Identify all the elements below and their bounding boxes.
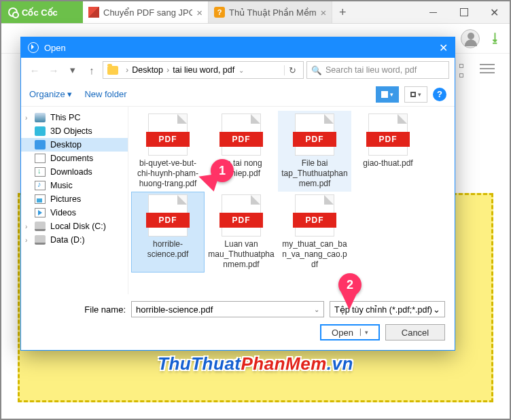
pdf-badge: PDF bbox=[293, 213, 336, 228]
mus-icon bbox=[35, 181, 46, 190]
new-tab-button[interactable]: + bbox=[332, 1, 353, 23]
cancel-button[interactable]: Cancel bbox=[385, 324, 445, 340]
pdf-badge: PDF bbox=[146, 132, 190, 147]
tab-title: Chuyển PDF sang JPG bbox=[103, 7, 192, 18]
tree-item-desktop[interactable]: Desktop bbox=[21, 138, 128, 152]
breadcrumb-dropdown-icon[interactable]: ⌄ bbox=[239, 67, 244, 74]
search-icon: 🔍 bbox=[311, 65, 322, 75]
tree-item-data-d-[interactable]: ›Data (D:) bbox=[21, 233, 128, 247]
file-thumbnail: PDF bbox=[368, 113, 408, 156]
window-maximize-button[interactable] bbox=[448, 1, 479, 23]
favicon-icon: ? bbox=[214, 7, 225, 18]
file-item[interactable]: PDFFile bai tap_Thuthuatphanmem.pdf bbox=[278, 111, 351, 192]
menu-icon[interactable] bbox=[480, 64, 495, 75]
chevron-down-icon[interactable]: ⌄ bbox=[433, 304, 440, 315]
search-input[interactable]: 🔍 Search tai lieu word, pdf bbox=[306, 61, 449, 79]
annotation-badge-1: 1 bbox=[211, 159, 234, 182]
obj-icon bbox=[35, 126, 46, 136]
window-close-button[interactable]: ✕ bbox=[479, 1, 510, 23]
new-folder-button[interactable]: New folder bbox=[84, 89, 126, 99]
tree-item-music[interactable]: Music bbox=[21, 179, 128, 192]
file-name: File bai tap_Thuthuatphanmem.pdf bbox=[281, 158, 349, 189]
file-thumbnail: PDF bbox=[148, 194, 188, 237]
file-name: giao-thuat.pdf bbox=[354, 158, 422, 169]
favicon-icon bbox=[88, 7, 99, 18]
desk-icon bbox=[35, 140, 46, 150]
dialog-close-button[interactable]: ✕ bbox=[439, 41, 448, 54]
tree-item-local-disk-c-[interactable]: ›Local Disk (C:) bbox=[21, 220, 128, 233]
tree-item-videos[interactable]: Videos bbox=[21, 206, 128, 220]
file-grid: PDFbi-quyet-ve-but-chi-huynh-pham-huong-… bbox=[128, 107, 455, 294]
breadcrumb-item[interactable]: Desktop bbox=[132, 65, 163, 75]
tab-close-icon[interactable]: × bbox=[321, 7, 327, 18]
tree-item-pictures[interactable]: Pictures bbox=[21, 192, 128, 206]
help-button[interactable]: ? bbox=[433, 88, 446, 101]
disk-icon bbox=[35, 222, 46, 231]
folder-icon bbox=[107, 66, 118, 75]
file-item[interactable]: PDFLuan van mau_Thuthuatphanmem.pdf bbox=[205, 192, 278, 273]
open-file-dialog: Open ✕ ← → ▾ ↑ › Desktop › tai lieu word… bbox=[20, 37, 455, 351]
dialog-titlebar[interactable]: Open ✕ bbox=[21, 37, 455, 58]
file-name-input[interactable]: horrible-science.pdf ⌄ bbox=[131, 301, 324, 317]
dialog-footer: File name: horrible-science.pdf ⌄ Tệp tù… bbox=[21, 294, 455, 350]
dialog-nav-row: ← → ▾ ↑ › Desktop › tai lieu word, pdf ⌄… bbox=[21, 58, 455, 82]
chevron-right-icon[interactable]: › bbox=[25, 223, 27, 230]
pdf-badge: PDF bbox=[293, 132, 336, 147]
file-thumbnail: PDF bbox=[222, 194, 261, 237]
open-button[interactable]: Open▏▾ bbox=[320, 324, 380, 340]
tree-item-label: Desktop bbox=[50, 140, 82, 150]
tree-item-3d-objects[interactable]: 3D Objects bbox=[21, 124, 128, 138]
nav-tree: ›This PC3D ObjectsDesktopDocumentsDownlo… bbox=[21, 107, 128, 294]
file-name: horrible-science.pdf bbox=[134, 239, 202, 260]
pdf-badge: PDF bbox=[366, 132, 410, 147]
view-preview-button[interactable]: ▾ bbox=[404, 86, 427, 103]
pic-icon bbox=[35, 194, 46, 204]
file-item[interactable]: PDFmy_thuat_can_ban_va_nang_cao.pdf bbox=[278, 192, 351, 273]
dl-icon bbox=[35, 167, 46, 177]
breadcrumb-sep-icon: › bbox=[166, 65, 169, 75]
tree-item-label: Local Disk (C:) bbox=[50, 222, 106, 231]
file-item[interactable]: PDFgiao-thuat.pdf bbox=[351, 111, 425, 192]
dialog-title: Open bbox=[44, 43, 66, 53]
tree-item-this-pc[interactable]: ›This PC bbox=[21, 111, 128, 124]
chevron-right-icon[interactable]: › bbox=[25, 237, 27, 244]
browser-logo: Cốc Cốc bbox=[1, 1, 83, 23]
nav-up-button[interactable]: ↑ bbox=[84, 62, 100, 78]
file-item[interactable]: PDFhorrible-science.pdf bbox=[131, 192, 205, 273]
file-name-label: File name: bbox=[31, 304, 126, 315]
breadcrumb-sep-icon: › bbox=[126, 65, 128, 75]
annotation-arrow-icon bbox=[341, 292, 357, 318]
file-name: Luan van mau_Thuthuatphanmem.pdf bbox=[207, 239, 275, 270]
window-minimize-button[interactable] bbox=[418, 1, 448, 23]
nav-forward-button[interactable]: → bbox=[46, 62, 62, 78]
tab-inactive[interactable]: ? Thủ Thuật Phần Mềm × bbox=[209, 1, 332, 23]
tree-item-documents[interactable]: Documents bbox=[21, 152, 128, 165]
breadcrumb-item[interactable]: tai lieu word, pdf bbox=[173, 65, 234, 75]
tree-item-label: Downloads bbox=[50, 167, 92, 177]
organize-menu[interactable]: Organize ▾ bbox=[29, 89, 72, 99]
browser-tabstrip: Cốc Cốc Chuyển PDF sang JPG × ? Thủ Thuậ… bbox=[1, 1, 510, 24]
tree-item-label: Videos bbox=[50, 208, 76, 217]
tree-item-label: Data (D:) bbox=[50, 235, 85, 245]
download-icon[interactable]: ⭳ bbox=[489, 31, 501, 46]
pdf-badge: PDF bbox=[219, 132, 263, 147]
tab-active[interactable]: Chuyển PDF sang JPG × bbox=[83, 1, 209, 23]
tree-item-label: 3D Objects bbox=[50, 126, 92, 136]
doc-icon bbox=[35, 154, 46, 163]
profile-avatar-icon[interactable] bbox=[461, 29, 480, 48]
chevron-down-icon[interactable]: ⌄ bbox=[314, 306, 319, 313]
refresh-button[interactable]: ↻ bbox=[284, 65, 300, 75]
chevron-right-icon[interactable]: › bbox=[25, 114, 27, 122]
view-thumbnails-button[interactable]: ▾ bbox=[376, 86, 399, 103]
nav-dropdown-button[interactable]: ▾ bbox=[65, 62, 81, 78]
tree-item-label: This PC bbox=[50, 113, 80, 122]
window-controls: ✕ bbox=[418, 1, 510, 23]
tab-close-icon[interactable]: × bbox=[196, 7, 202, 18]
search-placeholder: Search tai lieu word, pdf bbox=[325, 65, 417, 75]
nav-back-button[interactable]: ← bbox=[27, 62, 43, 78]
tree-item-label: Music bbox=[50, 181, 73, 190]
file-thumbnail: PDF bbox=[148, 113, 188, 156]
address-bar[interactable]: › Desktop › tai lieu word, pdf ⌄ ↻ bbox=[103, 61, 304, 79]
tree-item-downloads[interactable]: Downloads bbox=[21, 165, 128, 179]
dialog-command-bar: Organize ▾ New folder ▾ ▾ ? bbox=[21, 82, 455, 107]
